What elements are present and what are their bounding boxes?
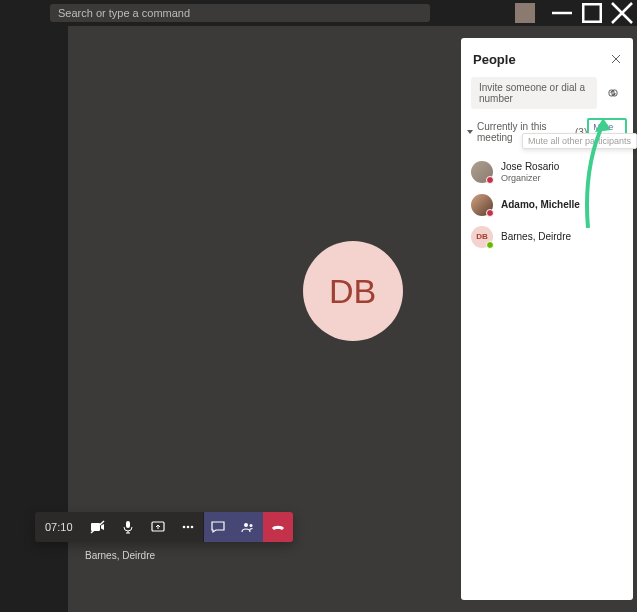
participant-list: Jose RosarioOrganizerAdamo, MichelleDBBa… xyxy=(461,150,633,253)
hang-up-button[interactable] xyxy=(263,512,293,542)
presence-indicator xyxy=(486,241,494,249)
search-input[interactable]: Search or type a command xyxy=(50,4,430,22)
call-control-bar: 07:10 xyxy=(35,512,293,542)
presence-indicator xyxy=(486,176,494,184)
people-panel-header: People xyxy=(461,38,633,77)
svg-point-10 xyxy=(244,523,248,527)
current-user-avatar[interactable] xyxy=(515,3,535,23)
people-panel: People Invite someone or dial a number C… xyxy=(461,38,633,600)
participant-caption: Barnes, Deirdre xyxy=(85,550,155,561)
svg-point-8 xyxy=(186,526,189,529)
mic-toggle-button[interactable] xyxy=(113,512,143,542)
copy-link-button[interactable] xyxy=(603,83,623,103)
participant-name: Jose Rosario xyxy=(501,161,559,173)
participant-name: Barnes, Deirdre xyxy=(501,231,571,243)
participant-name: Adamo, Michelle xyxy=(501,199,580,211)
invite-input[interactable]: Invite someone or dial a number xyxy=(471,77,597,109)
mute-all-tooltip: Mute all other participants xyxy=(522,133,637,149)
people-panel-close-button[interactable] xyxy=(611,52,621,67)
participant-row[interactable]: DBBarnes, Deirdre xyxy=(471,221,623,253)
participant-info: Barnes, Deirdre xyxy=(501,231,571,243)
window-controls xyxy=(515,0,637,26)
svg-rect-5 xyxy=(126,521,130,528)
svg-point-9 xyxy=(190,526,193,529)
more-actions-button[interactable] xyxy=(173,512,203,542)
chat-toggle-button[interactable] xyxy=(203,512,233,542)
share-screen-button[interactable] xyxy=(143,512,173,542)
svg-point-11 xyxy=(249,524,252,527)
maximize-button[interactable] xyxy=(577,0,607,26)
participant-info: Jose RosarioOrganizer xyxy=(501,161,559,184)
participant-avatar: DB xyxy=(471,226,493,248)
chevron-down-icon xyxy=(467,130,473,134)
section-current-meeting[interactable]: Currently in this meeting (3) Mute all M… xyxy=(461,109,633,150)
participant-info: Adamo, Michelle xyxy=(501,199,580,211)
people-panel-title: People xyxy=(473,52,516,67)
call-duration: 07:10 xyxy=(35,512,83,542)
participant-avatar xyxy=(471,161,493,183)
participant-row[interactable]: Adamo, Michelle xyxy=(471,189,623,221)
invite-placeholder: Invite someone or dial a number xyxy=(479,82,585,104)
participant-avatar-large: DB xyxy=(303,241,403,341)
presence-indicator xyxy=(486,209,494,217)
participant-role: Organizer xyxy=(501,173,559,184)
svg-rect-1 xyxy=(583,4,601,22)
camera-toggle-button[interactable] xyxy=(83,512,113,542)
people-toggle-button[interactable] xyxy=(233,512,263,542)
svg-point-7 xyxy=(182,526,185,529)
title-bar: Search or type a command xyxy=(0,0,637,26)
invite-row: Invite someone or dial a number xyxy=(461,77,633,109)
avatar-initials: DB xyxy=(329,272,376,311)
participant-avatar xyxy=(471,194,493,216)
participant-row[interactable]: Jose RosarioOrganizer xyxy=(471,156,623,189)
search-placeholder: Search or type a command xyxy=(58,7,190,19)
close-window-button[interactable] xyxy=(607,0,637,26)
minimize-button[interactable] xyxy=(547,0,577,26)
